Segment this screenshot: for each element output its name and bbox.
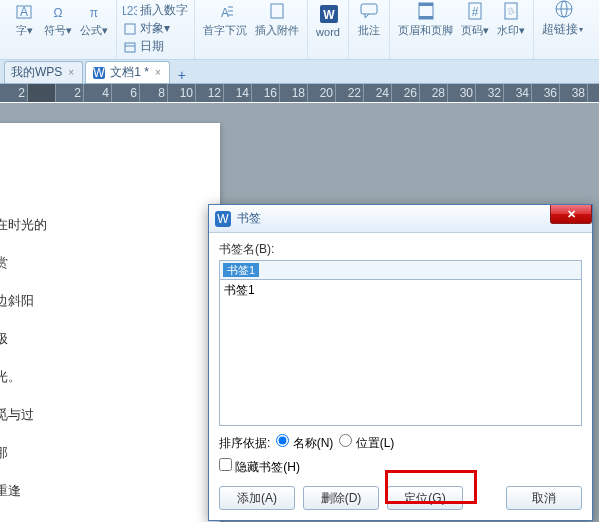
sort-name-radio[interactable]: 名称(N) bbox=[276, 434, 333, 452]
svg-text:#: # bbox=[472, 5, 479, 19]
close-button[interactable]: ✕ bbox=[550, 205, 592, 224]
drop-cap-btn[interactable]: A首字下沉 bbox=[201, 2, 249, 38]
app-icon: W bbox=[215, 211, 231, 227]
svg-rect-12 bbox=[271, 4, 283, 18]
sort-label: 排序依据: bbox=[219, 435, 270, 452]
svg-text:a: a bbox=[505, 2, 517, 18]
tab-doc1[interactable]: W文档1 *× bbox=[85, 61, 170, 83]
doc-icon: W bbox=[92, 66, 106, 80]
symbol-btn[interactable]: Ω符号▾ bbox=[42, 2, 74, 38]
sort-location-radio[interactable]: 位置(L) bbox=[339, 434, 394, 452]
tab-mywps[interactable]: 我的WPS× bbox=[4, 61, 83, 83]
paragraph: 透过那树梢照在少年脸庞，像极 bbox=[0, 327, 184, 351]
object-btn[interactable]: 对象▾ bbox=[123, 20, 170, 37]
text-box-btn[interactable]: A字▾ bbox=[10, 2, 38, 38]
new-tab-btn[interactable]: + bbox=[172, 67, 192, 83]
bookmark-list[interactable]: 书签1 bbox=[219, 280, 582, 426]
dialog-titlebar[interactable]: W 书签 ✕ bbox=[209, 205, 592, 233]
svg-rect-18 bbox=[419, 16, 433, 19]
paragraph: 我怀想起那些过去埋藏的旧时光。 bbox=[0, 365, 184, 389]
bookmark-name-input[interactable]: 书签1 bbox=[219, 260, 582, 280]
comment-btn[interactable]: 批注 bbox=[355, 2, 383, 38]
close-icon[interactable]: × bbox=[153, 67, 163, 78]
document-tabs: 我的WPS× W文档1 *× + bbox=[0, 60, 599, 84]
cancel-button[interactable]: 取消 bbox=[506, 486, 582, 510]
date-btn[interactable]: 日期 bbox=[123, 38, 164, 55]
hide-bookmarks-checkbox[interactable]: 隐藏书签(H) bbox=[219, 458, 300, 476]
svg-rect-15 bbox=[361, 4, 377, 14]
bookmark-dialog: W 书签 ✕ 书签名(B): 书签1 书签1 排序依据: 名称(N) 位置(L)… bbox=[208, 204, 593, 521]
paragraph: 撑一把青竹伞，悠然的走在时光的 bbox=[0, 213, 184, 237]
paragraph: 盼着远方，只是故人在何方？那 bbox=[0, 441, 184, 465]
list-item[interactable]: 书签1 bbox=[220, 280, 581, 301]
bookmark-name-label: 书签名(B): bbox=[219, 241, 582, 258]
insert-number-btn[interactable]: 123插入数字 bbox=[123, 2, 188, 19]
hyperlink-btn[interactable]: 超链接▾ bbox=[540, 2, 585, 38]
paragraph: 静默的推开小窗，望那天边斜阳 bbox=[0, 289, 184, 313]
goto-button[interactable]: 定位(G) bbox=[387, 486, 463, 510]
svg-text:W: W bbox=[94, 66, 106, 80]
svg-text:W: W bbox=[217, 212, 229, 226]
add-button[interactable]: 添加(A) bbox=[219, 486, 295, 510]
svg-text:A: A bbox=[20, 5, 28, 19]
page-number-btn[interactable]: #页码▾ bbox=[459, 2, 491, 38]
paragraph: 偶尔在阳光温暖，微风和煦的时候 bbox=[0, 517, 184, 522]
page: 撑一把青竹伞，悠然的走在时光的 一倾城，又遇那初见流年，共赏 静默的推开小窗，望… bbox=[0, 123, 220, 522]
svg-text:A: A bbox=[221, 6, 229, 20]
word-btn[interactable]: Wword bbox=[314, 2, 342, 38]
formula-btn[interactable]: π公式▾ bbox=[78, 2, 110, 38]
svg-text:123: 123 bbox=[123, 4, 137, 18]
attachment-btn[interactable]: 插入附件 bbox=[253, 2, 301, 38]
watermark-btn[interactable]: a水印▾ bbox=[495, 2, 527, 38]
dialog-title: 书签 bbox=[237, 210, 261, 227]
paragraph: 点点踪迹，只愿在后来的久别重逢 bbox=[0, 479, 184, 503]
paragraph: 仍然相信缘分，执着的寻觅与过 bbox=[0, 403, 184, 427]
ribbon-toolbar: A字▾ Ω符号▾ π公式▾ 123插入数字 对象▾ 日期 A首字下沉 插入附件 … bbox=[0, 0, 599, 60]
svg-text:π: π bbox=[90, 6, 98, 20]
paragraph: 一倾城，又遇那初见流年，共赏 bbox=[0, 251, 184, 275]
svg-rect-5 bbox=[125, 24, 135, 34]
close-icon[interactable]: × bbox=[66, 67, 76, 78]
svg-text:Ω: Ω bbox=[54, 6, 63, 20]
horizontal-ruler: 2 24681012141618202224262830323436384042 bbox=[0, 84, 599, 102]
svg-rect-17 bbox=[419, 3, 433, 6]
delete-button[interactable]: 删除(D) bbox=[303, 486, 379, 510]
header-footer-btn[interactable]: 页眉和页脚 bbox=[396, 2, 455, 38]
svg-rect-6 bbox=[125, 43, 135, 52]
svg-text:W: W bbox=[323, 8, 335, 22]
